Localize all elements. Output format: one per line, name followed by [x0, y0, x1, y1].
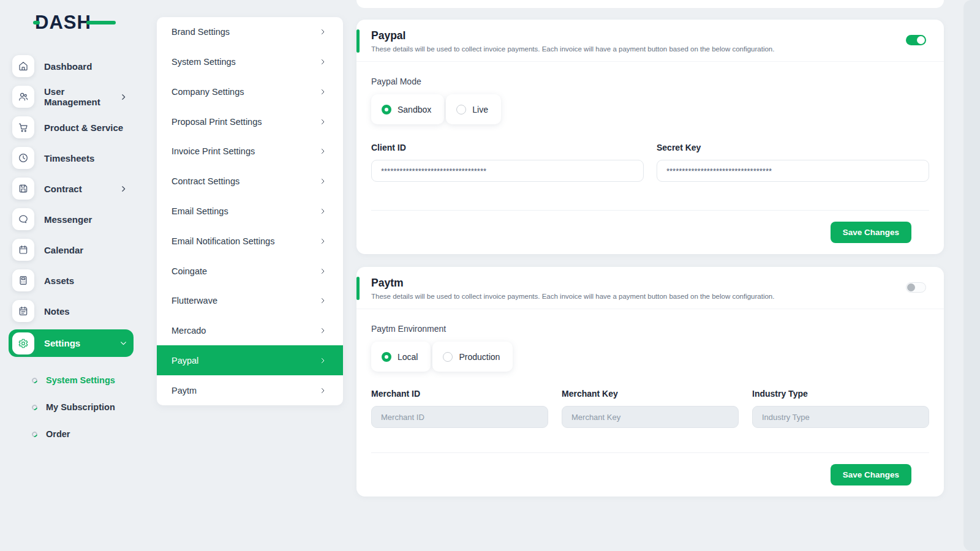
ring-icon [31, 403, 39, 411]
chevron-right-icon [319, 88, 326, 96]
settings-menu-paytm[interactable]: Paytm [157, 375, 343, 405]
menu-item-label: Coingate [172, 266, 207, 276]
submenu-item-label: System Settings [46, 375, 115, 385]
ring-icon [31, 377, 39, 384]
toggle-knob [917, 36, 925, 44]
chevron-right-icon [319, 28, 326, 36]
paypal-enabled-toggle[interactable] [906, 35, 926, 45]
menu-item-label: Flutterwave [172, 296, 217, 305]
chat-icon [12, 208, 34, 230]
notes-icon [12, 300, 34, 322]
merchant-key-input[interactable] [562, 406, 739, 428]
settings-menu-mercado[interactable]: Mercado [157, 316, 343, 346]
radio-unselected-icon[interactable] [456, 105, 466, 114]
paypal-description: These details will be used to collect in… [371, 45, 927, 53]
users-icon [12, 86, 34, 108]
settings-menu-panel: Brand Settings System Settings Company S… [157, 17, 343, 405]
radio-selected-icon[interactable] [382, 352, 391, 362]
chevron-right-icon [319, 387, 326, 394]
paytm-env-production-option[interactable]: Production [432, 342, 513, 372]
menu-item-label: Paytm [172, 386, 197, 395]
secret-key-label: Secret Key [657, 143, 929, 152]
settings-menu-brand-settings[interactable]: Brand Settings [157, 17, 343, 47]
paypal-mode-label: Paypal Mode [371, 77, 929, 86]
merchant-key-field-group: Merchant Key [562, 389, 739, 428]
paypal-card-header: Paypal These details will be used to col… [356, 20, 944, 62]
sidebar-item-label: Contract [44, 184, 82, 194]
settings-menu-email-settings[interactable]: Email Settings [157, 197, 343, 227]
sidebar: DASH Dashboard User Management Product &… [0, 0, 142, 551]
settings-menu-email-notification-settings[interactable]: Email Notification Settings [157, 226, 343, 256]
secret-key-field-group: Secret Key [657, 143, 929, 182]
home-icon [12, 55, 34, 77]
merchant-id-input[interactable] [371, 406, 548, 428]
settings-menu-coingate[interactable]: Coingate [157, 256, 343, 286]
paypal-card-body: Paypal Mode Sandbox Live Client ID Secre… [356, 62, 944, 254]
radio-label: Sandbox [398, 105, 431, 114]
chevron-right-icon [319, 238, 326, 245]
sidebar-item-timesheets[interactable]: Timesheets [9, 146, 134, 170]
radio-unselected-icon[interactable] [443, 352, 453, 362]
menu-item-label: Invoice Print Settings [172, 146, 255, 156]
secret-key-input[interactable] [657, 160, 929, 182]
submenu-item-system-settings[interactable]: System Settings [32, 367, 134, 394]
submenu-item-order[interactable]: Order [32, 421, 134, 448]
menu-item-label: Mercado [172, 326, 206, 335]
paytm-environment-label: Paytm Environment [371, 324, 929, 334]
sidebar-item-label: Assets [44, 276, 74, 286]
sidebar-item-product-service[interactable]: Product & Service [9, 115, 134, 140]
chevron-right-icon [319, 208, 326, 215]
paytm-environment-options: Local Production [371, 342, 929, 372]
sidebar-item-assets[interactable]: Assets [9, 268, 134, 293]
sidebar-item-label: Dashboard [44, 61, 92, 72]
radio-label: Local [398, 352, 418, 362]
sidebar-item-settings[interactable]: Settings [9, 329, 134, 357]
paypal-fields: Client ID Secret Key [371, 143, 929, 182]
chevron-right-icon [119, 185, 127, 193]
sidebar-item-label: Notes [44, 306, 70, 317]
settings-menu-company-settings[interactable]: Company Settings [157, 77, 343, 107]
industry-type-input[interactable] [752, 406, 929, 428]
sidebar-item-dashboard[interactable]: Dashboard [9, 54, 134, 78]
client-id-input[interactable] [371, 160, 644, 182]
merchant-id-label: Merchant ID [371, 389, 548, 399]
sidebar-item-user-management[interactable]: User Management [9, 84, 134, 109]
sidebar-item-calendar[interactable]: Calendar [9, 238, 134, 262]
settings-menu-invoice-print-settings[interactable]: Invoice Print Settings [157, 137, 343, 167]
paypal-mode-sandbox-option[interactable]: Sandbox [371, 94, 444, 124]
merchant-id-field-group: Merchant ID [371, 389, 548, 428]
menu-item-label: Paypal [172, 356, 198, 365]
sidebar-item-contract[interactable]: Contract [9, 176, 134, 201]
submenu-item-my-subscription[interactable]: My Subscription [32, 394, 134, 421]
scrollbar[interactable] [963, 0, 980, 551]
industry-type-field-group: Industry Type [752, 389, 929, 428]
submenu-item-label: My Subscription [46, 402, 115, 412]
accent-bar [356, 277, 360, 300]
chevron-right-icon [319, 58, 326, 66]
sidebar-item-messenger[interactable]: Messenger [9, 207, 134, 231]
chevron-right-icon [319, 178, 326, 185]
settings-menu-proposal-print-settings[interactable]: Proposal Print Settings [157, 107, 343, 137]
paypal-save-button[interactable]: Save Changes [831, 222, 911, 243]
paypal-card-footer: Save Changes [371, 210, 929, 254]
paytm-card-header: Paytm These details will be used to coll… [356, 267, 944, 309]
sidebar-item-notes[interactable]: Notes [9, 299, 134, 323]
settings-menu-flutterwave[interactable]: Flutterwave [157, 286, 343, 316]
logo-dash-right [86, 21, 116, 24]
settings-submenu: System Settings My Subscription Order [32, 367, 134, 448]
merchant-key-label: Merchant Key [562, 389, 739, 399]
paypal-mode-live-option[interactable]: Live [446, 94, 501, 124]
previous-card-edge [356, 0, 944, 8]
industry-type-label: Industry Type [752, 389, 929, 399]
radio-selected-icon[interactable] [382, 105, 391, 114]
paytm-save-button[interactable]: Save Changes [831, 464, 911, 485]
settings-menu-system-settings[interactable]: System Settings [157, 47, 343, 77]
settings-menu-paypal[interactable]: Paypal [157, 345, 343, 375]
radio-label: Live [472, 105, 488, 114]
paytm-env-local-option[interactable]: Local [371, 342, 431, 372]
settings-menu-contract-settings[interactable]: Contract Settings [157, 167, 343, 197]
sidebar-nav: Dashboard User Management Product & Serv… [0, 54, 142, 448]
chevron-right-icon [319, 297, 326, 304]
brand-logo[interactable]: DASH [35, 12, 107, 33]
paytm-enabled-toggle[interactable] [906, 282, 926, 293]
